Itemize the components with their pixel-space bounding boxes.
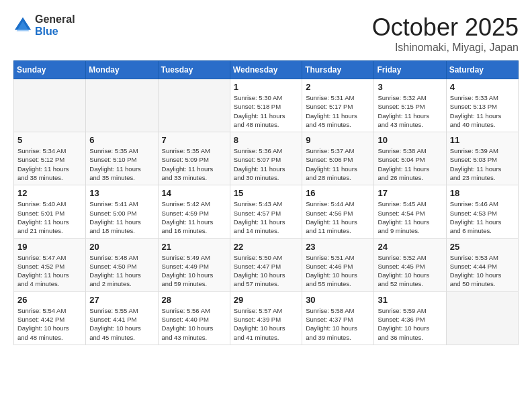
calendar-header: SundayMondayTuesdayWednesdayThursdayFrid… [14, 61, 519, 79]
calendar-week-row: 12Sunrise: 5:40 AM Sunset: 5:01 PM Dayli… [14, 185, 519, 238]
calendar-cell: 12Sunrise: 5:40 AM Sunset: 5:01 PM Dayli… [14, 185, 86, 238]
calendar: SundayMondayTuesdayWednesdayThursdayFrid… [13, 60, 519, 345]
calendar-cell [86, 79, 158, 132]
day-info: Sunrise: 5:31 AM Sunset: 5:17 PM Dayligh… [306, 93, 370, 129]
logo: General Blue [13, 13, 75, 37]
calendar-cell [14, 79, 86, 132]
calendar-cell: 28Sunrise: 5:56 AM Sunset: 4:40 PM Dayli… [158, 291, 230, 345]
calendar-body: 1Sunrise: 5:30 AM Sunset: 5:18 PM Daylig… [14, 79, 519, 345]
day-number: 3 [378, 82, 442, 92]
month-title: October 2025 [372, 13, 519, 42]
day-number: 26 [17, 295, 82, 305]
calendar-cell: 4Sunrise: 5:33 AM Sunset: 5:13 PM Daylig… [446, 79, 518, 132]
calendar-cell: 3Sunrise: 5:32 AM Sunset: 5:15 PM Daylig… [374, 79, 446, 132]
calendar-cell: 23Sunrise: 5:51 AM Sunset: 4:46 PM Dayli… [302, 238, 374, 291]
day-number: 13 [89, 188, 154, 198]
day-info: Sunrise: 5:33 AM Sunset: 5:13 PM Dayligh… [450, 93, 515, 129]
calendar-week-row: 26Sunrise: 5:54 AM Sunset: 4:42 PM Dayli… [14, 291, 519, 345]
day-number: 24 [378, 242, 442, 252]
day-info: Sunrise: 5:42 AM Sunset: 4:59 PM Dayligh… [162, 199, 226, 235]
header: General Blue October 2025 Ishinomaki, Mi… [13, 13, 519, 54]
day-number: 18 [450, 188, 515, 198]
calendar-cell: 24Sunrise: 5:52 AM Sunset: 4:45 PM Dayli… [374, 238, 446, 291]
day-info: Sunrise: 5:35 AM Sunset: 5:09 PM Dayligh… [162, 146, 226, 182]
logo-general-text: General [35, 13, 75, 26]
calendar-week-row: 1Sunrise: 5:30 AM Sunset: 5:18 PM Daylig… [14, 79, 519, 132]
location: Ishinomaki, Miyagi, Japan [372, 42, 519, 54]
day-info: Sunrise: 5:36 AM Sunset: 5:07 PM Dayligh… [234, 146, 298, 182]
calendar-cell: 1Sunrise: 5:30 AM Sunset: 5:18 PM Daylig… [230, 79, 302, 132]
calendar-cell: 6Sunrise: 5:35 AM Sunset: 5:10 PM Daylig… [86, 132, 158, 185]
logo-text: General Blue [35, 13, 75, 37]
weekday-header-monday: Monday [86, 61, 158, 79]
day-info: Sunrise: 5:37 AM Sunset: 5:06 PM Dayligh… [306, 146, 370, 182]
logo-blue-text: Blue [35, 26, 75, 38]
day-info: Sunrise: 5:48 AM Sunset: 4:50 PM Dayligh… [89, 253, 154, 289]
day-number: 25 [450, 242, 515, 252]
day-number: 20 [89, 242, 154, 252]
day-info: Sunrise: 5:59 AM Sunset: 4:36 PM Dayligh… [378, 306, 442, 342]
calendar-cell: 14Sunrise: 5:42 AM Sunset: 4:59 PM Dayli… [158, 185, 230, 238]
day-number: 4 [450, 82, 515, 92]
day-info: Sunrise: 5:54 AM Sunset: 4:42 PM Dayligh… [17, 306, 82, 342]
day-number: 29 [234, 295, 298, 305]
calendar-cell: 26Sunrise: 5:54 AM Sunset: 4:42 PM Dayli… [14, 291, 86, 345]
logo-icon [13, 16, 32, 35]
day-number: 15 [234, 188, 298, 198]
day-info: Sunrise: 5:55 AM Sunset: 4:41 PM Dayligh… [89, 306, 154, 342]
day-number: 23 [306, 242, 370, 252]
day-info: Sunrise: 5:30 AM Sunset: 5:18 PM Dayligh… [234, 93, 298, 129]
day-info: Sunrise: 5:52 AM Sunset: 4:45 PM Dayligh… [378, 253, 442, 289]
calendar-cell: 5Sunrise: 5:34 AM Sunset: 5:12 PM Daylig… [14, 132, 86, 185]
day-number: 22 [234, 242, 298, 252]
day-number: 1 [234, 82, 298, 92]
calendar-week-row: 5Sunrise: 5:34 AM Sunset: 5:12 PM Daylig… [14, 132, 519, 185]
day-info: Sunrise: 5:43 AM Sunset: 4:57 PM Dayligh… [234, 199, 298, 235]
calendar-cell [446, 291, 518, 345]
calendar-cell: 19Sunrise: 5:47 AM Sunset: 4:52 PM Dayli… [14, 238, 86, 291]
day-number: 5 [17, 135, 82, 145]
day-info: Sunrise: 5:38 AM Sunset: 5:04 PM Dayligh… [378, 146, 442, 182]
day-number: 17 [378, 188, 442, 198]
calendar-cell: 25Sunrise: 5:53 AM Sunset: 4:44 PM Dayli… [446, 238, 518, 291]
calendar-cell: 10Sunrise: 5:38 AM Sunset: 5:04 PM Dayli… [374, 132, 446, 185]
calendar-cell: 16Sunrise: 5:44 AM Sunset: 4:56 PM Dayli… [302, 185, 374, 238]
day-info: Sunrise: 5:34 AM Sunset: 5:12 PM Dayligh… [17, 146, 82, 182]
weekday-header-thursday: Thursday [302, 61, 374, 79]
calendar-cell: 11Sunrise: 5:39 AM Sunset: 5:03 PM Dayli… [446, 132, 518, 185]
day-number: 9 [306, 135, 370, 145]
calendar-cell [158, 79, 230, 132]
calendar-cell: 15Sunrise: 5:43 AM Sunset: 4:57 PM Dayli… [230, 185, 302, 238]
calendar-week-row: 19Sunrise: 5:47 AM Sunset: 4:52 PM Dayli… [14, 238, 519, 291]
day-info: Sunrise: 5:51 AM Sunset: 4:46 PM Dayligh… [306, 253, 370, 289]
title-area: October 2025 Ishinomaki, Miyagi, Japan [372, 13, 519, 54]
day-number: 10 [378, 135, 442, 145]
day-info: Sunrise: 5:46 AM Sunset: 4:53 PM Dayligh… [450, 199, 515, 235]
day-number: 7 [162, 135, 226, 145]
calendar-cell: 9Sunrise: 5:37 AM Sunset: 5:06 PM Daylig… [302, 132, 374, 185]
day-info: Sunrise: 5:50 AM Sunset: 4:47 PM Dayligh… [234, 253, 298, 289]
day-number: 14 [162, 188, 226, 198]
calendar-cell: 8Sunrise: 5:36 AM Sunset: 5:07 PM Daylig… [230, 132, 302, 185]
calendar-cell: 20Sunrise: 5:48 AM Sunset: 4:50 PM Dayli… [86, 238, 158, 291]
day-number: 12 [17, 188, 82, 198]
calendar-cell: 22Sunrise: 5:50 AM Sunset: 4:47 PM Dayli… [230, 238, 302, 291]
weekday-header-sunday: Sunday [14, 61, 86, 79]
day-info: Sunrise: 5:58 AM Sunset: 4:37 PM Dayligh… [306, 306, 370, 342]
weekday-header-wednesday: Wednesday [230, 61, 302, 79]
calendar-cell: 29Sunrise: 5:57 AM Sunset: 4:39 PM Dayli… [230, 291, 302, 345]
day-number: 11 [450, 135, 515, 145]
calendar-cell: 2Sunrise: 5:31 AM Sunset: 5:17 PM Daylig… [302, 79, 374, 132]
calendar-cell: 27Sunrise: 5:55 AM Sunset: 4:41 PM Dayli… [86, 291, 158, 345]
day-info: Sunrise: 5:49 AM Sunset: 4:49 PM Dayligh… [162, 253, 226, 289]
calendar-cell: 30Sunrise: 5:58 AM Sunset: 4:37 PM Dayli… [302, 291, 374, 345]
day-number: 27 [89, 295, 154, 305]
day-number: 30 [306, 295, 370, 305]
weekday-header-tuesday: Tuesday [158, 61, 230, 79]
calendar-cell: 18Sunrise: 5:46 AM Sunset: 4:53 PM Dayli… [446, 185, 518, 238]
calendar-cell: 13Sunrise: 5:41 AM Sunset: 5:00 PM Dayli… [86, 185, 158, 238]
day-info: Sunrise: 5:56 AM Sunset: 4:40 PM Dayligh… [162, 306, 226, 342]
calendar-cell: 17Sunrise: 5:45 AM Sunset: 4:54 PM Dayli… [374, 185, 446, 238]
day-number: 28 [162, 295, 226, 305]
day-info: Sunrise: 5:53 AM Sunset: 4:44 PM Dayligh… [450, 253, 515, 289]
